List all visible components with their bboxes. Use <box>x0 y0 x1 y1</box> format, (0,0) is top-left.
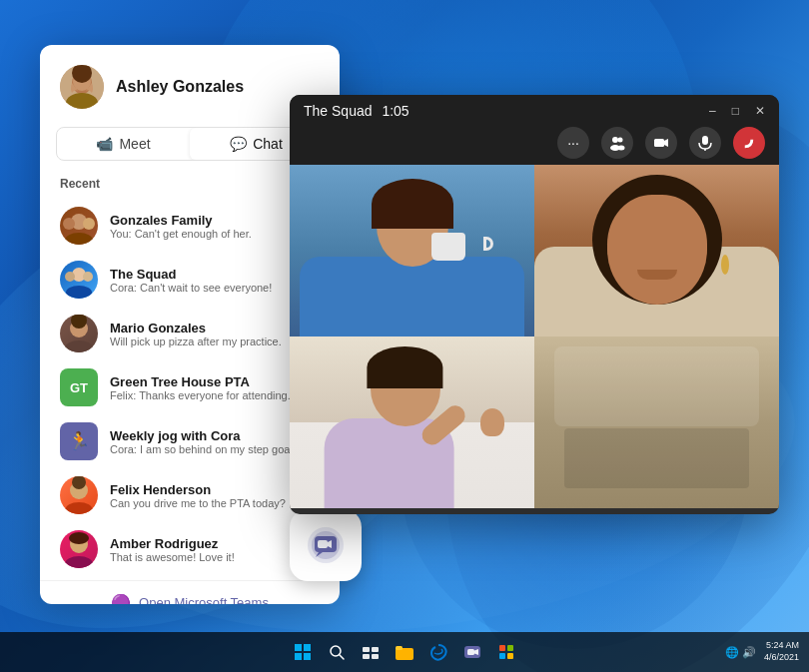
more-options-button[interactable]: ··· <box>557 127 589 159</box>
start-button[interactable] <box>289 638 317 666</box>
clock: 5:24 AM 4/6/2021 <box>764 640 799 663</box>
contact-info-mario-gonzales: Mario Gonzales Will pick up pizza after … <box>110 321 320 347</box>
participants-button[interactable] <box>601 127 633 159</box>
tab-meet[interactable]: 📹 Meet <box>57 128 190 160</box>
taskbar: 🌐 🔊 5:24 AM 4/6/2021 <box>0 632 809 672</box>
explorer-button[interactable] <box>391 638 418 666</box>
svg-rect-39 <box>295 653 302 660</box>
svg-point-11 <box>65 272 75 282</box>
video-title: The Squad 1:05 <box>304 103 409 119</box>
chat-label: Chat <box>253 136 283 152</box>
video-cell-top-right <box>534 165 779 336</box>
contact-avatar-amber-rodriguez <box>60 530 98 568</box>
taskbar-center <box>289 638 520 666</box>
contact-info-gonzales-family: Gonzales Family You: Can't get enough of… <box>110 213 320 240</box>
tabs-container: 📹 Meet 💬 Chat <box>56 127 324 161</box>
contact-info-felix-henderson: Felix Henderson Can you drive me to the … <box>110 482 320 509</box>
contact-name-amber-rodriguez: Amber Rodriguez <box>110 536 320 551</box>
contact-preview-gonzales-family: You: Can't get enough of her. <box>110 228 320 240</box>
svg-rect-53 <box>507 645 513 651</box>
user-name: Ashley Gonzales <box>116 78 244 96</box>
video-cell-bottom-left <box>290 336 534 508</box>
edge-button[interactable] <box>424 638 452 666</box>
svg-rect-40 <box>304 653 311 660</box>
svg-line-42 <box>340 655 344 659</box>
svg-rect-54 <box>499 653 505 659</box>
minimize-button[interactable]: – <box>709 104 716 118</box>
meet-label: Meet <box>119 136 150 152</box>
volume-icon: 🔊 <box>742 646 756 659</box>
network-icon: 🌐 <box>725 646 739 659</box>
svg-point-25 <box>618 146 625 151</box>
svg-rect-48 <box>396 646 403 650</box>
svg-point-23 <box>618 138 623 143</box>
time-display: 5:24 AM <box>764 640 799 652</box>
mic-button[interactable] <box>689 127 721 159</box>
svg-point-7 <box>63 218 75 230</box>
svg-point-14 <box>65 340 93 352</box>
date-display: 4/6/2021 <box>764 652 799 664</box>
svg-point-21 <box>69 532 89 544</box>
contact-avatar-mario-gonzales <box>60 315 98 352</box>
video-titlebar: The Squad 1:05 – □ ✕ <box>290 95 779 127</box>
contact-avatar-gonzales-family <box>60 207 98 245</box>
weekly-jog-icon: 🏃 <box>68 430 90 452</box>
svg-point-20 <box>65 556 93 568</box>
svg-rect-50 <box>467 649 474 655</box>
meet-icon: 📹 <box>96 136 113 152</box>
svg-rect-26 <box>654 139 664 147</box>
contact-preview-green-tree: Felix: Thanks everyone for attending. <box>110 389 320 401</box>
video-cell-top-left <box>290 165 534 336</box>
video-toolbar: ··· <box>290 127 779 165</box>
open-teams-label: Open Microsoft Teams <box>139 595 269 604</box>
contact-avatar-felix-henderson <box>60 476 98 514</box>
user-avatar <box>60 65 104 109</box>
svg-rect-45 <box>363 654 370 659</box>
taskbar-right: 🌐 🔊 5:24 AM 4/6/2021 <box>725 640 799 663</box>
video-grid <box>290 165 779 508</box>
video-cell-bottom-right <box>534 336 779 508</box>
video-call-window: The Squad 1:05 – □ ✕ ··· <box>290 95 779 514</box>
svg-rect-37 <box>295 644 302 651</box>
contact-name-gonzales-family: Gonzales Family <box>110 213 320 228</box>
contact-preview-the-squad: Cora: Can't wait to see everyone! <box>110 282 320 294</box>
system-tray: 🌐 🔊 <box>725 646 756 659</box>
teams-float-icon[interactable] <box>290 509 362 581</box>
svg-point-10 <box>66 286 92 299</box>
contact-name-green-tree: Green Tree House PTA <box>110 374 320 389</box>
contact-avatar-the-squad <box>60 261 98 299</box>
svg-rect-52 <box>499 645 505 651</box>
teams-taskbar-button[interactable] <box>458 638 486 666</box>
svg-rect-43 <box>363 647 370 652</box>
contact-info-green-tree: Green Tree House PTA Felix: Thanks every… <box>110 374 320 401</box>
close-button[interactable]: ✕ <box>755 104 765 118</box>
store-button[interactable] <box>492 638 520 666</box>
search-button[interactable] <box>323 638 351 666</box>
svg-point-6 <box>65 233 93 245</box>
teams-icon: 🟣 <box>111 593 131 604</box>
svg-point-8 <box>83 218 95 230</box>
hang-up-button[interactable] <box>733 127 765 159</box>
window-controls: – □ ✕ <box>709 104 765 118</box>
contact-preview-weekly-jog: Cora: I am so behind on my step goals. <box>110 443 320 455</box>
svg-rect-46 <box>372 654 379 659</box>
contact-avatar-green-tree: GT <box>60 368 98 406</box>
contact-avatar-weekly-jog: 🏃 <box>60 422 98 460</box>
svg-rect-35 <box>318 540 328 548</box>
contact-name-the-squad: The Squad <box>110 267 320 282</box>
svg-point-22 <box>612 137 618 143</box>
taskview-button[interactable] <box>357 638 385 666</box>
contact-preview-amber-rodriguez: That is awesome! Love it! <box>110 551 320 563</box>
svg-marker-27 <box>664 139 668 147</box>
contact-name-weekly-jog: Weekly jog with Cora <box>110 428 320 443</box>
contact-info-the-squad: The Squad Cora: Can't wait to see everyo… <box>110 267 320 294</box>
chat-icon: 💬 <box>230 136 247 152</box>
svg-rect-38 <box>304 644 311 651</box>
contact-info-weekly-jog: Weekly jog with Cora Cora: I am so behin… <box>110 428 320 455</box>
svg-rect-55 <box>507 653 513 659</box>
camera-button[interactable] <box>645 127 677 159</box>
svg-point-12 <box>83 272 93 282</box>
open-teams-button[interactable]: 🟣 Open Microsoft Teams <box>40 580 340 604</box>
svg-rect-28 <box>702 136 708 145</box>
maximize-button[interactable]: □ <box>732 104 739 118</box>
